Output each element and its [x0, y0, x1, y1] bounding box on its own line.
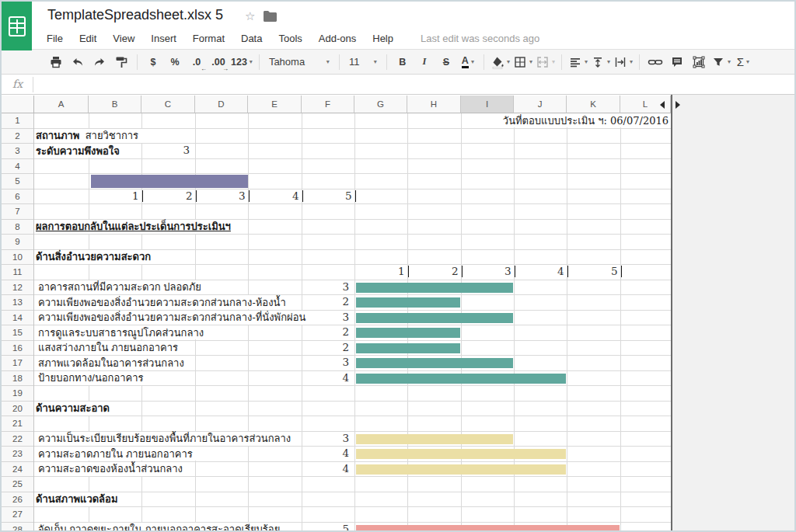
cell-item-value[interactable]: 4	[302, 371, 349, 385]
insert-link-button[interactable]	[646, 53, 665, 71]
column-header-K[interactable]: K	[567, 96, 620, 113]
cell-item-value[interactable]: 4	[302, 462, 349, 476]
row-header-15[interactable]: 15	[2, 325, 33, 341]
grid-row-6[interactable]: 12345	[34, 190, 671, 205]
grid-row-8[interactable]: ผลการตอบกลับในแต่ละประเด็นการประเมินฯ	[34, 220, 671, 235]
grid-row-9[interactable]	[34, 235, 671, 250]
cell-item-value[interactable]: 5	[302, 523, 349, 532]
grid-row-27[interactable]	[34, 507, 671, 523]
cell-item-label[interactable]: แสงสว่างภายใน ภายนอกอาคาร	[38, 341, 183, 355]
row-header-10[interactable]: 10	[2, 250, 33, 266]
grid-row-17[interactable]: สภาพแวดล้อมในอาคารส่วนกลาง3	[34, 356, 671, 371]
scroll-left-arrow-icon[interactable]	[660, 101, 665, 109]
grid-row-22[interactable]: ความเป็นระเบียบเรียบร้อยของพื้นที่ภายในอ…	[34, 432, 671, 447]
column-header-D[interactable]: D	[195, 96, 248, 113]
filter-button[interactable]: ▾	[711, 53, 731, 71]
row-header-26[interactable]: 26	[2, 492, 33, 508]
column-header-E[interactable]: E	[248, 96, 302, 113]
cell-item-label[interactable]: ความสะอาดภายใน ภายนอกอาคาร	[38, 447, 197, 461]
vertical-align-button[interactable]: ▾	[591, 53, 610, 71]
grid-row-12[interactable]: อาคารสถานที่มีความสะดวก ปลอดภัย3	[34, 280, 671, 296]
cell-item-label[interactable]: ป้ายบอกทาง/นอกอาคาร	[38, 371, 148, 385]
cell-item-label[interactable]: การดูแลระบบสาธารณูปโภคส่วนกลาง	[38, 325, 208, 339]
grid-row-10[interactable]: ด้านสิ่งอำนวยความสะดวก	[34, 250, 671, 266]
format-currency-button[interactable]: $	[144, 53, 162, 71]
document-title[interactable]: TemplateSpreadsheet.xlsx 5	[47, 7, 223, 23]
cell-item-label[interactable]: ความเพียงพอของสิ่งอำนวยความสะดวกส่วนกลาง…	[38, 311, 310, 325]
column-header-B[interactable]: B	[89, 96, 141, 113]
column-header-A[interactable]: A	[34, 96, 89, 113]
cell-item-value[interactable]: 3	[302, 280, 349, 294]
row-header-8[interactable]: 8	[2, 220, 33, 235]
grid-row-7[interactable]	[34, 204, 671, 220]
row-header-3[interactable]: 3	[2, 144, 33, 159]
row-header-20[interactable]: 20	[2, 402, 33, 417]
horizontal-align-button[interactable]: ▾	[568, 53, 588, 71]
row-header-19[interactable]: 19	[2, 386, 33, 402]
grid-row-16[interactable]: แสงสว่างภายใน ภายนอกอาคาร2	[34, 341, 671, 356]
row-header-24[interactable]: 24	[2, 462, 33, 478]
cell-item-label[interactable]: อาคารสถานที่มีความสะดวก ปลอดภัย	[38, 280, 206, 294]
cell-section-title[interactable]: ด้านความสะอาด	[36, 402, 114, 416]
print-button[interactable]	[47, 53, 65, 71]
redo-button[interactable]	[90, 53, 109, 71]
cell-item-label[interactable]: จัดเก็บ กวาดขยะภายใน ภายนอกอาคารสะอาดเรี…	[38, 523, 285, 532]
merge-cells-button[interactable]: ▾	[536, 53, 555, 71]
cell-item-value[interactable]: 4	[302, 447, 349, 461]
font-family-select[interactable]: Tahoma▾	[266, 53, 333, 71]
select-all-corner[interactable]	[2, 96, 34, 113]
cell-item-value[interactable]: 2	[302, 325, 349, 339]
insert-chart-button[interactable]	[690, 53, 708, 71]
grid-row-26[interactable]: ด้านสภาพแวดล้อม	[34, 492, 671, 508]
cell-date[interactable]: วันที่ตอบแบบประเมิน ฯ: 06/07/2016	[498, 113, 669, 127]
column-header-I[interactable]: I	[461, 96, 514, 113]
row-header-22[interactable]: 22	[2, 432, 33, 447]
strikethrough-button[interactable]: S	[437, 53, 456, 71]
menu-item-addons[interactable]: Add-ons	[319, 33, 356, 44]
cell-item-label[interactable]: ความสะอาดของห้องน้ำส่วนกลาง	[38, 462, 187, 476]
menu-item-edit[interactable]: Edit	[79, 33, 96, 44]
row-header-5[interactable]: 5	[2, 174, 33, 190]
column-header-H[interactable]: H	[407, 96, 461, 113]
cell-value[interactable]: 3	[143, 144, 190, 158]
grid-row-11[interactable]: 12345	[34, 265, 671, 280]
column-header-J[interactable]: J	[514, 96, 567, 113]
row-header-21[interactable]: 21	[2, 416, 33, 432]
cell-item-label[interactable]: ความเป็นระเบียบเรียบร้อยของพื้นที่ภายในอ…	[38, 432, 295, 446]
bold-button[interactable]: B	[393, 53, 412, 71]
column-header-F[interactable]: F	[302, 96, 354, 113]
grid-row-24[interactable]: ความสะอาดของห้องน้ำส่วนกลาง4	[34, 462, 671, 478]
grid-row-18[interactable]: ป้ายบอกทาง/นอกอาคาร4	[34, 371, 671, 387]
row-header-16[interactable]: 16	[2, 341, 33, 356]
sheets-logo-icon[interactable]	[2, 2, 32, 50]
functions-button[interactable]: Σ▾	[734, 53, 752, 71]
grid-body[interactable]: วันที่ตอบแบบประเมิน ฯ: 06/07/2016สถานภาพ…	[34, 113, 671, 532]
grid-row-15[interactable]: การดูแลระบบสาธารณูปโภคส่วนกลาง2	[34, 325, 671, 341]
cell-status-label[interactable]: สถานภาพ สายวิชาการ	[36, 129, 143, 143]
text-wrap-button[interactable]: ▾	[613, 53, 633, 71]
column-header-C[interactable]: C	[141, 96, 195, 113]
grid-row-13[interactable]: ความเพียงพอของสิ่งอำนวยความสะดวกส่วนกลาง…	[34, 295, 671, 311]
row-header-23[interactable]: 23	[2, 447, 33, 462]
cell-item-value[interactable]: 3	[302, 356, 349, 370]
grid-row-19[interactable]	[34, 386, 671, 402]
grid-row-25[interactable]	[34, 477, 671, 492]
cell-label[interactable]: ระดับความพึงพอใจ	[36, 144, 124, 158]
text-color-button[interactable]: A▾	[459, 53, 477, 71]
grid-row-14[interactable]: ความเพียงพอของสิ่งอำนวยความสะดวกส่วนกลาง…	[34, 311, 671, 326]
grid-row-1[interactable]: วันที่ตอบแบบประเมิน ฯ: 06/07/2016	[34, 113, 671, 129]
menu-item-tools[interactable]: Tools	[278, 33, 302, 44]
cell-section-heading[interactable]: ผลการตอบกลับในแต่ละประเด็นการประเมินฯ	[36, 220, 236, 234]
row-header-6[interactable]: 6	[2, 190, 33, 205]
cell-item-label[interactable]: ความเพียงพอของสิ่งอำนวยความสะดวกส่วนกลาง…	[38, 295, 291, 309]
cell-item-value[interactable]: 2	[302, 295, 349, 309]
menu-item-data[interactable]: Data	[241, 33, 262, 44]
decrease-decimal-button[interactable]: .0←	[187, 53, 206, 71]
star-icon[interactable]: ☆	[245, 9, 255, 23]
grid-row-4[interactable]	[34, 159, 671, 175]
grid-row-20[interactable]: ด้านความสะอาด	[34, 402, 671, 417]
more-formats-button[interactable]: 123▾	[231, 53, 253, 71]
row-header-1[interactable]: 1	[2, 113, 33, 129]
row-header-25[interactable]: 25	[2, 477, 33, 492]
row-header-17[interactable]: 17	[2, 356, 33, 371]
